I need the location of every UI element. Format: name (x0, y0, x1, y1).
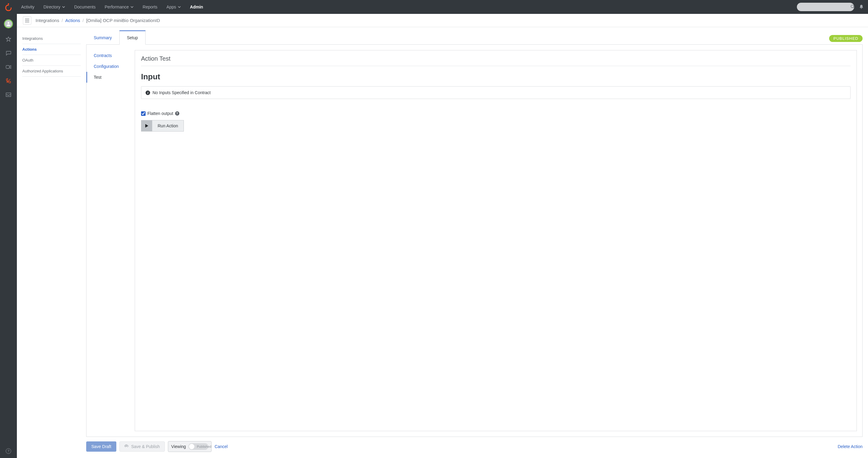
panel-body: Action Test Input i No Inputs Specified … (135, 50, 857, 431)
menu-toggle-button[interactable] (23, 16, 31, 25)
svg-line-2 (854, 7, 855, 8)
svg-line-5 (7, 79, 10, 83)
run-action-button[interactable]: Run Action (141, 120, 184, 132)
cloud-upload-icon (124, 444, 129, 449)
subnav-test[interactable]: Test (87, 72, 135, 83)
tabs: Summary Setup PUBLISHED (86, 30, 863, 45)
nav-label: Reports (143, 4, 157, 9)
nav-label: Activity (21, 4, 34, 9)
no-inputs-text: No Inputs Specified in Contract (153, 90, 211, 95)
subnav-configuration[interactable]: Configuration (87, 61, 135, 72)
secondary-nav: Integrations Actions OAuth Authorized Ap… (17, 27, 86, 458)
toggle-published-text: Published (197, 445, 211, 448)
main-area: Integrations / Actions / [Omilia] OCP mi… (17, 14, 868, 458)
chevron-down-icon (130, 4, 133, 9)
help-icon[interactable]: ? (6, 448, 11, 454)
subnav-contracts[interactable]: Contracts (87, 50, 135, 61)
save-draft-button[interactable]: Save Draft (86, 441, 116, 452)
search-input[interactable] (800, 5, 850, 9)
delete-action-link[interactable]: Delete Action (838, 444, 863, 449)
star-icon[interactable] (5, 36, 11, 42)
tab-summary[interactable]: Summary (86, 31, 119, 45)
viewing-label: Viewing (171, 444, 186, 449)
save-publish-button[interactable]: Save & Publish (119, 441, 165, 452)
play-icon (141, 120, 152, 131)
notifications-icon[interactable] (857, 4, 866, 10)
chevron-down-icon (178, 4, 181, 9)
status-badge: PUBLISHED (829, 35, 863, 42)
svg-rect-4 (6, 65, 9, 68)
flatten-output-checkbox[interactable] (141, 111, 146, 116)
setup-panel: Contracts Configuration Test Action Test… (86, 45, 863, 437)
svg-point-0 (8, 3, 9, 4)
nav-reports[interactable]: Reports (138, 0, 161, 14)
global-search[interactable] (797, 3, 854, 11)
search-icon (850, 4, 855, 10)
secnav-authorized-applications[interactable]: Authorized Applications (22, 66, 81, 77)
breadcrumb-separator: / (61, 18, 63, 23)
avatar[interactable] (4, 19, 13, 28)
page-content: Summary Setup PUBLISHED Contracts Config… (86, 27, 868, 458)
video-icon[interactable] (5, 64, 11, 70)
viewing-toggle[interactable]: Viewing Published (168, 441, 212, 452)
chevron-down-icon (62, 4, 65, 9)
nav-performance[interactable]: Performance (100, 0, 138, 14)
save-publish-label: Save & Publish (131, 444, 160, 449)
flatten-help-icon[interactable]: ? (175, 111, 179, 116)
flatten-output-label: Flatten output (147, 111, 173, 116)
breadcrumb-link-actions[interactable]: Actions (65, 18, 80, 23)
avatar-image (5, 20, 12, 27)
action-footer: Save Draft Save & Publish Viewing Publis… (86, 437, 863, 453)
secnav-integrations[interactable]: Integrations (22, 33, 81, 44)
nav-directory[interactable]: Directory (39, 0, 69, 14)
phone-icon[interactable] (5, 78, 11, 84)
breadcrumb-root: Integrations (36, 18, 59, 23)
toggle-track[interactable]: Published (188, 443, 208, 450)
chat-icon[interactable] (5, 50, 11, 56)
topnav-links: Activity Directory Documents Performance… (17, 0, 207, 14)
svg-point-1 (851, 5, 854, 7)
svg-point-3 (7, 22, 9, 24)
toggle-knob (189, 444, 194, 449)
nav-activity[interactable]: Activity (17, 0, 38, 14)
app-logo[interactable] (0, 0, 17, 14)
setup-subnav: Contracts Configuration Test (87, 45, 135, 436)
secnav-oauth[interactable]: OAuth (22, 55, 81, 66)
panel-title: Action Test (141, 55, 850, 66)
nav-documents[interactable]: Documents (70, 0, 100, 14)
nav-label: Performance (104, 4, 129, 9)
nav-apps[interactable]: Apps (162, 0, 185, 14)
nav-admin[interactable]: Admin (186, 0, 207, 14)
breadcrumb-bar: Integrations / Actions / [Omilia] OCP mi… (17, 14, 868, 27)
section-heading-input: Input (141, 72, 850, 82)
tab-setup[interactable]: Setup (119, 30, 146, 45)
flatten-output-row: Flatten output ? (141, 111, 850, 116)
secnav-actions[interactable]: Actions (22, 44, 81, 55)
left-sidebar: ? (0, 14, 17, 458)
breadcrumb: Integrations / Actions / [Omilia] OCP mi… (36, 18, 160, 23)
top-navbar: Activity Directory Documents Performance… (0, 0, 868, 14)
cancel-link[interactable]: Cancel (215, 444, 228, 449)
nav-label: Documents (74, 4, 96, 9)
run-action-label: Run Action (152, 123, 184, 128)
topnav-right (797, 3, 866, 11)
breadcrumb-current: [Omilia] OCP miniBio OrganizationID (86, 18, 160, 23)
nav-label: Apps (166, 4, 176, 9)
no-inputs-message: i No Inputs Specified in Contract (141, 86, 850, 99)
info-icon: i (146, 90, 150, 95)
nav-label: Directory (43, 4, 60, 9)
breadcrumb-separator: / (83, 18, 84, 23)
inbox-icon[interactable] (5, 92, 11, 98)
nav-label: Admin (190, 4, 203, 9)
